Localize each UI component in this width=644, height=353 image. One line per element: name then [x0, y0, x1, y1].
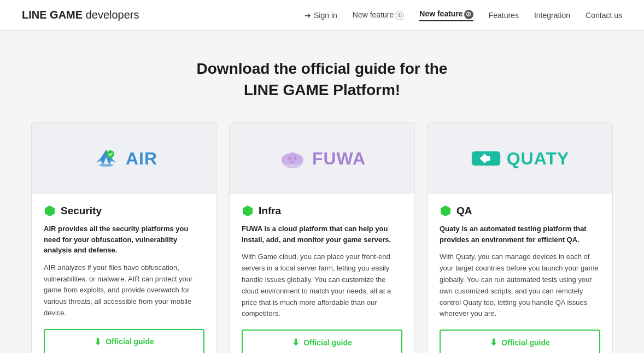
- svg-point-0: [107, 150, 114, 158]
- fuwa-official-guide-button[interactable]: ⬇ Official guide: [242, 330, 402, 353]
- hero-title: Download the official guide for the LINE…: [11, 58, 633, 101]
- air-card: AIR Security AIR provides all the securi…: [31, 122, 217, 353]
- fuwa-logo: FUWA: [278, 146, 366, 170]
- new-feature-1-label: New feature: [353, 10, 394, 19]
- qa-hex-icon: [440, 205, 452, 217]
- air-section-label: Security: [61, 205, 102, 217]
- new-feature-1-nav-item[interactable]: New feature①: [353, 10, 404, 20]
- quaty-official-guide-button[interactable]: ⬇ Official guide: [440, 330, 600, 353]
- svg-point-8: [289, 157, 291, 160]
- fuwa-btn-label: Official guide: [303, 338, 352, 347]
- fuwa-download-icon: ⬇: [292, 337, 299, 348]
- quaty-logo-text: QUATY: [507, 149, 570, 169]
- hero-title-line1: Download the official guide for the: [197, 60, 448, 77]
- contact-nav-item[interactable]: Contact us: [586, 11, 622, 20]
- air-logo: AIR: [91, 148, 157, 169]
- quaty-card: QUATY QA Quaty is an automated testing p…: [427, 122, 613, 353]
- features-nav-item[interactable]: Features: [489, 11, 519, 20]
- air-card-image: AIR: [32, 123, 216, 194]
- new-feature-2-badge: ②: [464, 10, 473, 19]
- quaty-description: With Quaty, you can manage devices in ea…: [440, 251, 600, 320]
- logo: LINE GAME developers: [22, 9, 139, 21]
- download-icon: ⬇: [94, 337, 101, 347]
- signin-nav-item[interactable]: ➔ Sign in: [305, 11, 337, 20]
- air-btn-label: Official guide: [106, 337, 154, 346]
- infra-hex-icon: [242, 205, 254, 217]
- contact-label: Contact us: [586, 11, 622, 20]
- air-description: AIR analyzes if your files have obfuscat…: [44, 262, 204, 319]
- fuwa-card-image: FUWA: [230, 123, 414, 194]
- air-wings-icon: [91, 148, 121, 169]
- navigation: ➔ Sign in New feature① New feature② Feat…: [305, 9, 622, 21]
- hero-title-line2: LINE GAME Platform!: [244, 81, 400, 98]
- svg-marker-3: [45, 205, 55, 216]
- svg-point-9: [294, 157, 296, 160]
- fuwa-section-label: Infra: [259, 205, 281, 217]
- quaty-lead: Quaty is an automated testing platform t…: [440, 223, 600, 245]
- quaty-logo: QUATY: [471, 149, 570, 169]
- hero-section: Download the official guide for the LINE…: [0, 31, 644, 122]
- cards-container: AIR Security AIR provides all the securi…: [0, 122, 644, 353]
- signin-icon: ➔: [305, 11, 311, 20]
- quaty-download-icon: ⬇: [490, 337, 497, 348]
- svg-point-7: [287, 152, 298, 162]
- logo-bold: LINE GAME: [22, 9, 83, 21]
- new-feature-2-label: New feature: [419, 9, 462, 18]
- fuwa-section-title: Infra: [242, 205, 402, 217]
- new-feature-1-badge: ①: [395, 11, 404, 20]
- fuwa-cloud-icon: [278, 146, 307, 170]
- svg-marker-10: [243, 205, 253, 216]
- header: LINE GAME developers ➔ Sign in New featu…: [0, 0, 644, 31]
- svg-marker-14: [441, 205, 450, 216]
- air-card-body: Security AIR provides all the security p…: [32, 194, 216, 353]
- security-hex-icon: [44, 205, 56, 217]
- quaty-btn-label: Official guide: [501, 338, 550, 347]
- air-logo-text: AIR: [126, 149, 157, 169]
- features-label: Features: [489, 11, 519, 20]
- air-lead: AIR provides all the security platforms …: [44, 223, 204, 256]
- integration-label: Integration: [534, 11, 570, 20]
- quaty-section-title: QA: [440, 205, 600, 217]
- quaty-arrows-icon: [471, 149, 501, 168]
- fuwa-card: FUWA Infra FUWA is a cloud platform that…: [229, 122, 415, 353]
- integration-nav-item[interactable]: Integration: [534, 11, 570, 20]
- fuwa-lead: FUWA is a cloud platform that can help y…: [242, 223, 402, 245]
- fuwa-description: With Game cloud, you can place your fron…: [242, 251, 402, 320]
- fuwa-logo-text: FUWA: [312, 149, 366, 169]
- quaty-card-body: QA Quaty is an automated testing platfor…: [428, 194, 612, 353]
- logo-rest: developers: [83, 9, 139, 21]
- signin-label: Sign in: [314, 11, 337, 20]
- quaty-card-image: QUATY: [428, 123, 612, 194]
- air-official-guide-button[interactable]: ⬇ Official guide: [44, 329, 204, 353]
- new-feature-2-nav-item[interactable]: New feature②: [419, 9, 473, 21]
- quaty-section-label: QA: [456, 205, 472, 217]
- air-section-title: Security: [44, 205, 204, 217]
- fuwa-card-body: Infra FUWA is a cloud platform that can …: [230, 194, 414, 353]
